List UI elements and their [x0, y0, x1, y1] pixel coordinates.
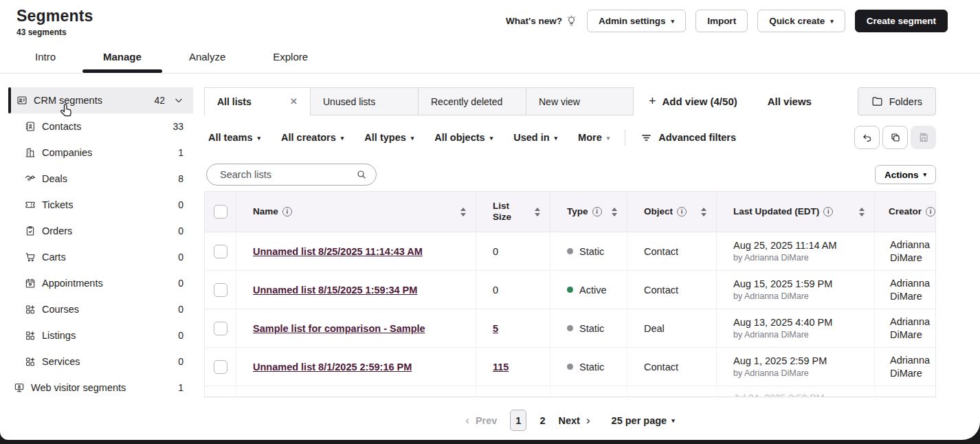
- filter-used-in[interactable]: Used in ▾: [513, 132, 557, 143]
- updated-by: by Adrianna DiMare: [733, 368, 809, 378]
- row-checkbox[interactable]: [214, 360, 227, 374]
- search-row: Actions ▾: [206, 164, 936, 186]
- sidebar-item-label: Companies: [42, 147, 92, 158]
- type-label: Static: [579, 323, 604, 334]
- sidebar-item-appointments[interactable]: Appointments 0: [0, 270, 193, 296]
- admin-settings-button[interactable]: Admin settings ▾: [587, 10, 686, 32]
- creator-name: Adrianna DiMare: [875, 309, 935, 347]
- updated-by: by Adrianna DiMare: [733, 330, 809, 340]
- list-name-link[interactable]: Unnamed list 8/1/2025 2:59:16 PM: [253, 362, 412, 373]
- lists-table: Namei List Size Typei Objecti: [204, 191, 936, 397]
- object-label: Contact: [644, 246, 678, 257]
- info-icon[interactable]: i: [282, 207, 292, 217]
- tab-intro[interactable]: Intro: [31, 44, 60, 73]
- sidebar-item-services[interactable]: Services 0: [0, 348, 193, 375]
- all-views-button[interactable]: All views: [768, 87, 812, 115]
- close-icon[interactable]: ✕: [290, 96, 298, 107]
- clipboard-check-icon: [25, 225, 36, 236]
- table-header: Namei List Size Typei Objecti: [205, 192, 935, 232]
- list-size-link[interactable]: 5: [493, 323, 498, 334]
- import-button[interactable]: Import: [695, 10, 748, 32]
- list-size-link[interactable]: 115: [493, 362, 509, 373]
- filter-all-teams[interactable]: All teams ▾: [208, 132, 260, 143]
- quick-create-button[interactable]: Quick create ▾: [757, 10, 845, 32]
- sort-icon[interactable]: [858, 206, 866, 218]
- list-name-link[interactable]: Unnamed list 8/25/2025 11:14:43 AM: [253, 246, 423, 257]
- info-icon[interactable]: i: [677, 207, 687, 217]
- sidebar-item-count: 0: [178, 356, 183, 367]
- table-row: Unnamed list 8/1/2025 2:59:16 PM 115 Sta…: [205, 348, 935, 386]
- row-checkbox[interactable]: [214, 283, 227, 297]
- table-row: Sample list for comparison - Sample 5 St…: [205, 309, 935, 348]
- folders-button[interactable]: Folders: [858, 87, 936, 115]
- sidebar-item-contacts[interactable]: Contacts 33: [0, 113, 193, 140]
- row-checkbox[interactable]: [214, 245, 227, 258]
- caret-down-icon: ▾: [607, 135, 610, 142]
- page-1-button[interactable]: 1: [510, 410, 526, 431]
- object-label: Contact: [644, 285, 678, 296]
- sidebar-item-orders[interactable]: Orders 0: [0, 218, 193, 244]
- add-view-button[interactable]: + Add view (4/50): [649, 87, 737, 115]
- select-all-checkbox[interactable]: [214, 205, 227, 219]
- page-title: Segments: [16, 7, 93, 25]
- info-icon[interactable]: i: [926, 207, 935, 217]
- row-checkbox[interactable]: [214, 322, 227, 335]
- advanced-filters-button[interactable]: Advanced filters: [641, 132, 736, 144]
- sidebar-item-tickets[interactable]: Tickets 0: [0, 192, 193, 218]
- divider: [625, 129, 625, 146]
- search-input[interactable]: [219, 168, 356, 181]
- actions-button[interactable]: Actions ▾: [875, 165, 936, 184]
- view-tab-recently-deleted[interactable]: Recently deleted: [418, 87, 526, 115]
- column-header-creator: Creatori: [875, 192, 944, 232]
- last-updated: Aug 1, 2025 2:59 PM: [733, 355, 827, 366]
- sidebar-item-web-visitor-segments[interactable]: Web visitor segments 1: [0, 375, 193, 401]
- cart-icon: [25, 252, 36, 263]
- sidebar-item-crm-segments[interactable]: CRM segments 42: [8, 87, 193, 113]
- sort-icon[interactable]: [533, 206, 542, 218]
- tab-analyze[interactable]: Analyze: [185, 44, 230, 73]
- object-label: Contact: [644, 362, 678, 373]
- sort-icon[interactable]: [700, 206, 708, 218]
- filter-all-creators[interactable]: All creators ▾: [281, 132, 344, 143]
- tab-manage[interactable]: Manage: [99, 44, 146, 73]
- clone-button[interactable]: [882, 126, 908, 149]
- list-name-link[interactable]: Unnamed list 8/15/2025 1:59:34 PM: [253, 285, 417, 296]
- creator-name: Adrianna DiMare: [875, 348, 935, 386]
- sidebar-item-label: Web visitor segments: [31, 382, 126, 393]
- sidebar-item-companies[interactable]: Companies 1: [0, 140, 193, 166]
- contact-card-icon: [25, 121, 36, 132]
- column-header-object: Objecti: [627, 192, 717, 232]
- sidebar-item-label: Courses: [42, 304, 79, 315]
- undo-button[interactable]: [854, 126, 880, 149]
- view-tab-new-view[interactable]: New view: [526, 87, 634, 115]
- folder-icon: [871, 96, 883, 107]
- info-icon[interactable]: i: [823, 207, 833, 217]
- search-icon: [356, 169, 367, 180]
- filter-all-objects[interactable]: All objects ▾: [434, 132, 493, 143]
- sidebar-item-carts[interactable]: Carts 0: [0, 244, 193, 270]
- caret-down-icon: ▾: [341, 135, 344, 142]
- prev-page-button[interactable]: ‹ Prev: [465, 414, 497, 426]
- sidebar-item-count: 0: [178, 278, 183, 289]
- next-page-button[interactable]: Next ›: [558, 414, 590, 426]
- info-icon[interactable]: i: [592, 207, 602, 217]
- view-tab-unused-lists[interactable]: Unused lists: [310, 87, 419, 115]
- view-tab-all-lists[interactable]: All lists ✕: [204, 87, 311, 115]
- list-name-link[interactable]: Sample list for comparison - Sample: [253, 323, 425, 334]
- sidebar-item-label: Orders: [42, 225, 72, 236]
- sidebar-item-deals[interactable]: Deals 8: [0, 166, 193, 192]
- sort-icon[interactable]: [610, 206, 619, 218]
- tab-explore[interactable]: Explore: [269, 44, 312, 73]
- per-page-select[interactable]: 25 per page ▾: [612, 415, 675, 426]
- whats-new-link[interactable]: What's new?: [506, 15, 577, 27]
- sidebar-item-courses[interactable]: Courses 0: [0, 296, 193, 322]
- sidebar-item-count: 42: [154, 95, 165, 106]
- sidebar-item-label: Carts: [42, 252, 66, 263]
- sidebar-item-listings[interactable]: Listings 0: [0, 322, 193, 348]
- page-2-button[interactable]: 2: [539, 415, 545, 426]
- filter-all-types[interactable]: All types ▾: [364, 132, 414, 143]
- copy-icon: [890, 132, 901, 143]
- sort-icon[interactable]: [459, 206, 467, 218]
- filter-more[interactable]: More ▾: [578, 132, 610, 143]
- create-segment-button[interactable]: Create segment: [855, 10, 948, 32]
